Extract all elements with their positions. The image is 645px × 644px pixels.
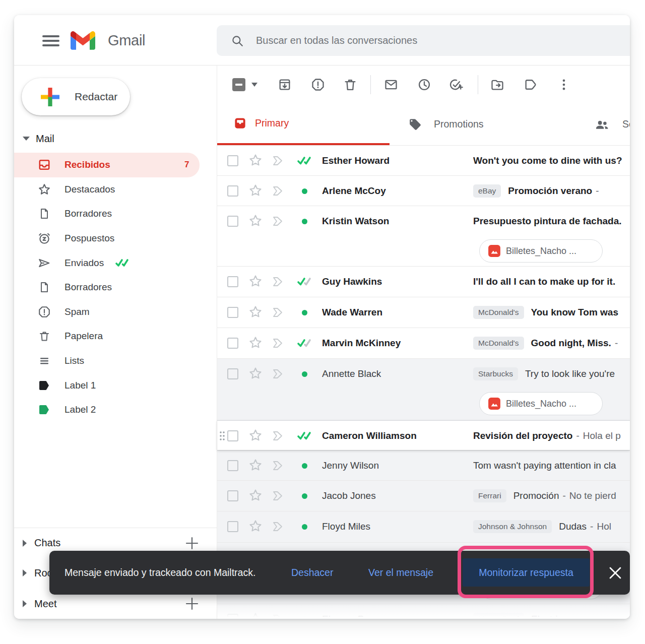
tab-promotions[interactable]: Promotions [409,103,484,145]
row-checkbox[interactable] [227,155,238,166]
star-icon[interactable] [248,612,263,619]
list-toolbar [217,66,630,103]
importance-marker-icon [272,306,285,318]
row-checkbox[interactable] [227,368,238,379]
attachment-chip[interactable]: Billetes_Nacho ... [479,239,603,263]
spam-icon [38,305,51,318]
email-row[interactable]: Arlene McCoy eBayPromoción verano- [217,175,630,206]
row-checkbox[interactable] [227,430,238,441]
email-row[interactable]: Eleanor Pena MasterCardElectric... [217,604,630,619]
email-row[interactable]: Jenny Wilson Tom wasn't paying attention… [217,450,630,480]
star-icon[interactable] [248,153,263,167]
star-icon[interactable] [248,336,263,350]
star-icon[interactable] [248,366,263,380]
drag-handle-icon[interactable] [218,430,226,442]
more-options-icon[interactable] [557,78,571,92]
brand-chip: eBay [473,184,501,198]
sidebar-item-lists[interactable]: Lists [14,349,217,373]
screenshot-stage: Gmail Redactar Mail [0,0,645,644]
star-icon[interactable] [248,214,263,228]
mark-unread-icon[interactable] [384,78,398,92]
brand-chip: Starbucks [473,367,518,380]
row-checkbox[interactable] [227,521,238,532]
monitor-response-button[interactable]: Monitorizar respuesta [463,558,590,587]
move-to-icon[interactable] [490,78,504,92]
collapse-triangle-icon [23,137,30,141]
star-icon [38,183,51,196]
star-icon[interactable] [248,274,263,288]
email-row[interactable]: Cameron Williamson Revisión del proyecto… [217,420,630,450]
unread-count-badge: 7 [184,160,189,170]
view-message-button[interactable]: Ver el mensaje [368,551,433,595]
row-checkbox[interactable] [227,460,238,471]
draft-icon [38,281,51,294]
email-row[interactable]: Annette Black StarbucksTry to look like … [217,358,630,420]
delete-icon[interactable] [343,78,357,92]
star-icon[interactable] [248,488,263,502]
row-checkbox[interactable] [227,307,238,318]
email-row[interactable]: Wade Warren McDonald'sYou know Tom was [217,297,630,328]
lists-icon [38,354,51,367]
tracking-dot-icon [302,617,307,619]
toolbar-divider [478,75,478,94]
email-row[interactable]: Guy Hawkins I'll do all I can to make up… [217,266,630,297]
select-caret-icon[interactable] [251,83,257,87]
row-checkbox[interactable] [227,185,238,197]
sidebar-item-enviados[interactable]: Enviados [14,250,217,275]
report-spam-icon[interactable] [311,78,325,92]
star-icon[interactable] [248,458,263,472]
labels-icon[interactable] [524,78,538,92]
email-row[interactable]: Jacob Jones FerrariPromoción-No te pierd [217,480,630,511]
star-icon[interactable] [248,428,263,442]
app-header: Gmail [14,15,630,66]
email-row[interactable]: Marvin McKinney McDonald'sGood night, Mi… [217,328,630,358]
row-checkbox[interactable] [227,216,238,227]
email-row[interactable]: Kristin Watson Presupuesto pintura de fa… [217,206,630,266]
importance-marker-icon [272,368,285,380]
email-row[interactable]: Floyd Miles Johnson & JohnsonDudas-Hol [217,511,630,542]
snackbar-message: Mensaje enviado y trackeado con Mailtrac… [64,551,255,595]
hamburger-menu-icon[interactable] [42,35,59,46]
row-checkbox[interactable] [227,276,238,287]
sidebar-item-borradores[interactable]: Borradores [14,202,217,226]
archive-icon[interactable] [278,78,292,92]
mailtrack-double-check-icon [296,430,316,442]
star-icon[interactable] [248,183,263,198]
search-icon [231,34,244,47]
search-input[interactable] [256,35,558,46]
importance-marker-icon [272,155,285,167]
tab-primary[interactable]: Primary [217,103,390,145]
brand-chip: Ferrari [473,489,506,502]
expand-triangle-icon [23,569,27,576]
row-checkbox[interactable] [227,338,238,349]
sidebar-item-borradores-2[interactable]: Borradores [14,275,217,300]
sidebar-item-papelera[interactable]: Papelera [14,324,217,349]
sidebar-item-destacados[interactable]: Destacados [14,177,217,202]
select-all-checkbox[interactable] [232,78,245,91]
close-icon[interactable] [608,565,623,581]
row-checkbox[interactable] [227,614,238,619]
sidebar-item-recibidos[interactable]: Recibidos 7 [14,153,200,177]
email-row[interactable]: Esther Howard Won't you come to dine wit… [217,145,630,175]
sidebar-section-mail[interactable]: Mail [14,130,54,147]
sidebar-item-spam[interactable]: Spam [14,300,217,325]
add-chat-button[interactable] [185,537,199,550]
new-meeting-button[interactable] [185,597,199,610]
star-icon[interactable] [248,305,263,319]
add-to-tasks-icon[interactable] [448,78,464,92]
search-bar[interactable] [217,25,630,56]
sidebar-item-label-2[interactable]: Label 2 [14,398,217,422]
sidebar-item-pospuestos[interactable]: Pospuestos [14,226,217,251]
row-checkbox[interactable] [227,490,238,501]
gmail-logo-icon [71,31,95,50]
undo-button[interactable]: Deshacer [291,551,333,595]
importance-marker-icon [272,185,285,197]
compose-label: Redactar [75,91,117,103]
sidebar-item-label-1[interactable]: Label 1 [14,373,217,398]
snooze-icon[interactable] [417,78,431,92]
importance-marker-icon [272,613,285,619]
compose-button[interactable]: Redactar [22,78,130,115]
attachment-chip[interactable]: Billetes_Nacho ... [479,392,603,415]
tab-social[interactable]: Social [594,103,630,145]
star-icon[interactable] [248,519,263,533]
